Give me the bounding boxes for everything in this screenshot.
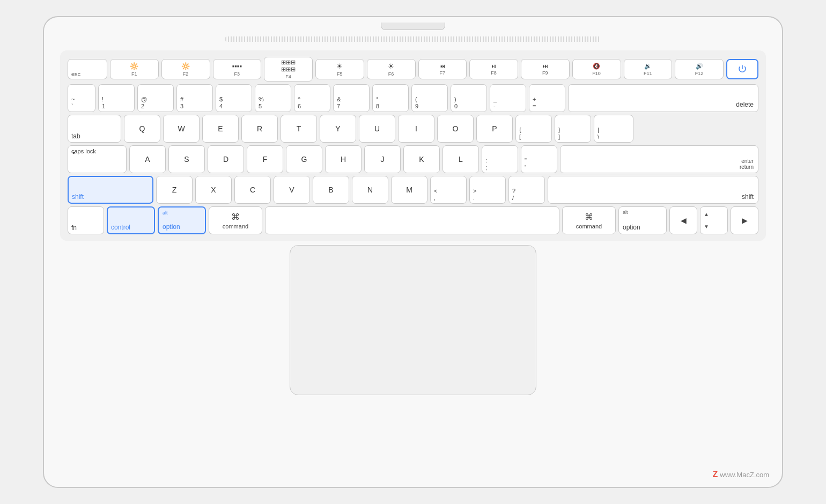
- key-3[interactable]: # 3: [176, 84, 213, 112]
- key-l[interactable]: L: [442, 145, 479, 173]
- key-tilde[interactable]: ~ `: [68, 84, 95, 112]
- option-right-alt-label: alt: [623, 210, 628, 215]
- key-1[interactable]: ! 1: [98, 84, 135, 112]
- key-y[interactable]: Y: [320, 115, 356, 143]
- key-f7[interactable]: ⏮ F7: [418, 59, 467, 79]
- key-capslock[interactable]: • caps lock: [68, 145, 127, 173]
- key-minus[interactable]: _ -: [490, 84, 526, 112]
- key-option-left[interactable]: alt option: [158, 206, 206, 234]
- key-comma[interactable]: < ,: [430, 176, 467, 204]
- key-7[interactable]: & 7: [333, 84, 370, 112]
- 7-chars: & 7: [337, 96, 341, 109]
- f2-icon: 🔆: [181, 62, 190, 70]
- key-h[interactable]: H: [325, 145, 362, 173]
- key-semicolon[interactable]: : ;: [482, 145, 518, 173]
- key-backslash[interactable]: | \: [594, 115, 633, 143]
- key-f5[interactable]: ☀ F5: [315, 59, 364, 79]
- arrow-up-icon[interactable]: ▲: [704, 209, 709, 220]
- key-n[interactable]: N: [352, 176, 388, 204]
- key-fn[interactable]: fn: [68, 206, 104, 234]
- key-left-bracket[interactable]: { [: [515, 115, 552, 143]
- key-o[interactable]: O: [437, 115, 474, 143]
- key-c[interactable]: C: [234, 176, 271, 204]
- laptop-notch: [381, 23, 445, 30]
- equals-chars: + =: [533, 96, 536, 109]
- key-q[interactable]: Q: [124, 115, 160, 143]
- slash-top: ?: [512, 188, 515, 194]
- key-command-right[interactable]: ⌘ command: [562, 206, 616, 234]
- key-v[interactable]: V: [274, 176, 310, 204]
- key-f10[interactable]: 🔇 F10: [572, 59, 621, 79]
- arrow-down-icon[interactable]: ▼: [704, 221, 709, 232]
- key-f8[interactable]: ⏯ F8: [469, 59, 518, 79]
- key-shift-right[interactable]: shift: [548, 176, 758, 204]
- key-a[interactable]: A: [129, 145, 166, 173]
- key-space[interactable]: [265, 206, 559, 234]
- key-0[interactable]: ) 0: [451, 84, 487, 112]
- keyboard-area: esc 🔆 F1 🔆 F2 ▪▪▪▪ F3 ⊞⊞⊞⊞⊞⊞ F4 ☀ F5: [60, 50, 766, 241]
- key-i[interactable]: I: [398, 115, 434, 143]
- key-w[interactable]: W: [163, 115, 200, 143]
- u-label: U: [374, 124, 380, 133]
- key-6[interactable]: ^ 6: [294, 84, 330, 112]
- key-esc[interactable]: esc: [68, 59, 107, 79]
- key-9[interactable]: ( 9: [411, 84, 448, 112]
- key-f[interactable]: F: [247, 145, 283, 173]
- tilde-bottom: `: [71, 103, 73, 109]
- key-period[interactable]: > .: [469, 176, 506, 204]
- key-arrow-right[interactable]: ▶: [731, 206, 758, 234]
- key-r[interactable]: R: [241, 115, 278, 143]
- key-b[interactable]: B: [313, 176, 349, 204]
- key-2[interactable]: @ 2: [137, 84, 174, 112]
- key-arrow-left[interactable]: ◀: [669, 206, 697, 234]
- key-f6[interactable]: ☀ F6: [367, 59, 416, 79]
- key-f3[interactable]: ▪▪▪▪ F3: [213, 59, 262, 79]
- key-f4[interactable]: ⊞⊞⊞⊞⊞⊞ F4: [264, 57, 313, 81]
- power-button[interactable]: [726, 59, 758, 79]
- 2-bottom: 2: [141, 103, 144, 109]
- 8-bottom: 8: [376, 103, 379, 109]
- quote-top: ": [525, 157, 527, 164]
- p-label: P: [492, 124, 497, 133]
- key-quote[interactable]: " ': [521, 145, 557, 173]
- key-right-bracket[interactable]: } ]: [555, 115, 591, 143]
- key-t[interactable]: T: [281, 115, 317, 143]
- key-control[interactable]: control: [107, 206, 155, 234]
- f11-icon: 🔉: [644, 63, 652, 70]
- key-x[interactable]: X: [195, 176, 232, 204]
- key-f1[interactable]: 🔆 F1: [110, 59, 159, 79]
- key-f9[interactable]: ⏭ F9: [521, 59, 570, 79]
- key-equals[interactable]: + =: [529, 84, 565, 112]
- 1-chars: ! 1: [102, 96, 105, 109]
- key-8[interactable]: * 8: [372, 84, 409, 112]
- key-slash[interactable]: ? /: [508, 176, 545, 204]
- key-tab[interactable]: tab: [68, 115, 121, 143]
- key-m[interactable]: M: [391, 176, 427, 204]
- key-5[interactable]: % 5: [255, 84, 291, 112]
- key-s[interactable]: S: [168, 145, 205, 173]
- key-j[interactable]: J: [364, 145, 401, 173]
- key-option-right[interactable]: alt option: [618, 206, 667, 234]
- f8-icon: ⏯: [491, 63, 497, 69]
- key-delete[interactable]: delete: [568, 84, 758, 112]
- key-4[interactable]: $ 4: [216, 84, 252, 112]
- key-u[interactable]: U: [359, 115, 395, 143]
- key-f11[interactable]: 🔉 F11: [624, 59, 673, 79]
- key-command-left[interactable]: ⌘ command: [209, 206, 262, 234]
- 7-bottom: 7: [337, 103, 340, 109]
- 8-chars: * 8: [376, 96, 379, 109]
- key-arrows-updown[interactable]: ▲ ▼: [700, 206, 728, 234]
- key-g[interactable]: G: [286, 145, 322, 173]
- trackpad[interactable]: [290, 245, 536, 395]
- key-enter[interactable]: enterreturn: [560, 145, 758, 173]
- key-f12[interactable]: 🔊 F12: [675, 59, 724, 79]
- key-f2[interactable]: 🔆 F2: [161, 59, 210, 79]
- key-z[interactable]: Z: [156, 176, 193, 204]
- backslash-top: |: [598, 127, 599, 133]
- key-d[interactable]: D: [208, 145, 244, 173]
- key-k[interactable]: K: [403, 145, 440, 173]
- key-p[interactable]: P: [476, 115, 513, 143]
- key-shift-left[interactable]: shift: [68, 176, 153, 204]
- key-e[interactable]: E: [202, 115, 239, 143]
- f12-label: F12: [695, 71, 704, 76]
